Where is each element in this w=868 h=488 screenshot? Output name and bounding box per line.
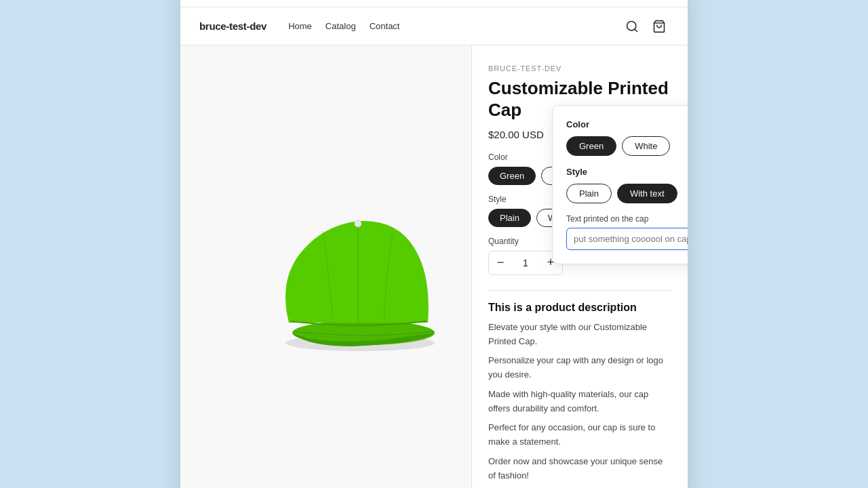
nav-home[interactable]: Home [288, 21, 312, 31]
variant-popup: Color Green White Style Plain With text … [552, 105, 688, 264]
main-nav: Home Catalog Contact [288, 21, 623, 31]
description-para-1: Elevate your style with our Customizable… [488, 321, 671, 349]
nav-contact[interactable]: Contact [370, 21, 400, 31]
description-title: This is a product description [488, 302, 671, 314]
product-image-column [180, 45, 472, 488]
quantity-value: 1 [512, 258, 539, 268]
header-icons [623, 17, 669, 36]
search-icon [625, 20, 639, 33]
popup-color-white[interactable]: White [622, 136, 670, 156]
search-button[interactable] [623, 17, 642, 36]
popup-text-label: Text printed on the cap [566, 214, 688, 224]
popup-style-group: Plain With text [566, 184, 688, 203]
quantity-decrease-button[interactable]: − [489, 251, 512, 274]
store-logo: bruce-test-dev [199, 20, 267, 32]
nav-catalog[interactable]: Catalog [326, 21, 356, 31]
popup-color-green[interactable]: Green [566, 136, 616, 156]
description-para-2: Personalize your cap with any design or … [488, 354, 671, 382]
announcement-bar: Welcome to our store [180, 0, 688, 7]
popup-text-input[interactable] [566, 228, 688, 250]
description-para-3: Made with high-quality materials, our ca… [488, 388, 671, 416]
cap-svg [218, 187, 435, 363]
product-image [218, 187, 435, 363]
color-option-green[interactable]: Green [488, 167, 536, 185]
popup-color-group: Green White [566, 136, 688, 156]
popup-color-label: Color [566, 119, 688, 129]
header: bruce-test-dev Home Catalog Contact [180, 7, 688, 45]
product-brand: BRUCE-TEST-DEV [488, 64, 671, 73]
cart-icon [652, 20, 666, 33]
popup-style-plain[interactable]: Plain [566, 184, 612, 203]
svg-line-1 [635, 29, 637, 32]
cart-button[interactable] [650, 17, 669, 36]
description-para-4: Perfect for any occasion, our cap is sur… [488, 421, 671, 449]
svg-point-5 [355, 220, 361, 227]
popup-style-with-text[interactable]: With text [617, 184, 677, 203]
style-option-plain[interactable]: Plain [488, 209, 531, 227]
popup-style-label: Style [566, 167, 688, 177]
description-para-5: Order now and showcase your unique sense… [488, 455, 671, 483]
description-section: This is a product description Elevate yo… [488, 290, 671, 483]
